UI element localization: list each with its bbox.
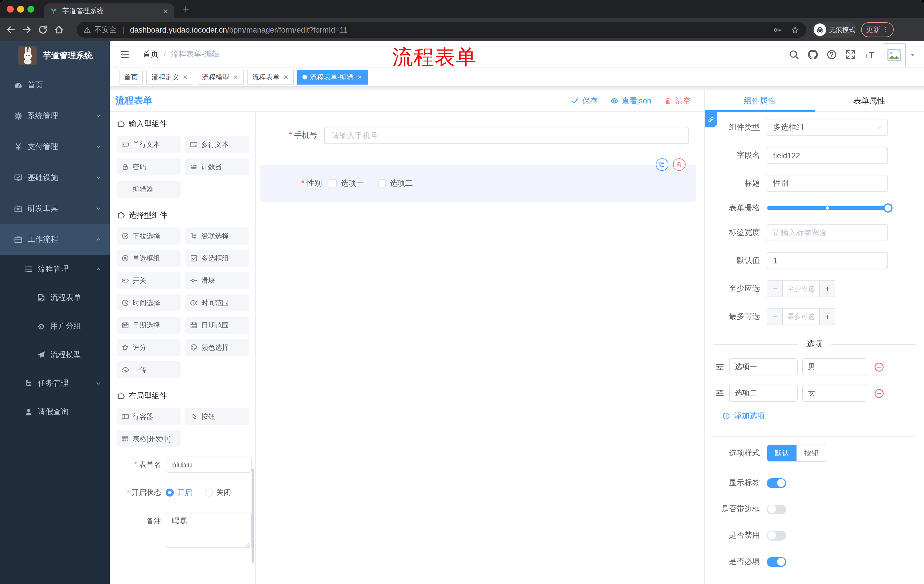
checkbox[interactable] <box>329 179 337 187</box>
checkbox[interactable] <box>378 179 386 187</box>
toggle-是否带边框[interactable] <box>767 504 786 514</box>
sidebar-item-2[interactable]: 系统管理 <box>0 100 110 132</box>
title-input[interactable] <box>767 175 888 192</box>
min-select-input[interactable] <box>782 281 820 296</box>
stepper-plus-button[interactable]: + <box>820 309 835 324</box>
password-key-icon[interactable] <box>773 25 782 34</box>
sidebar-item-11[interactable]: 任务管理 <box>0 369 110 398</box>
drawer-handle[interactable] <box>705 112 717 127</box>
save-button[interactable]: 保存 <box>571 96 597 106</box>
sidebar-item-1[interactable]: 首页 <box>0 70 110 100</box>
app-logo[interactable]: 芋道管理系统 <box>0 41 110 70</box>
palette-item[interactable]: 表格[开发中] <box>117 430 181 447</box>
status-radio-off[interactable]: 关闭 <box>205 487 231 498</box>
status-radio-on[interactable]: 开启 <box>166 487 192 498</box>
tab-close-icon[interactable] <box>162 8 169 14</box>
duplicate-field-button[interactable] <box>656 158 668 171</box>
toggle-是否禁用[interactable] <box>767 531 786 540</box>
stepper-plus-button[interactable]: + <box>820 281 835 296</box>
sidebar-item-7[interactable]: 流程管理 <box>0 255 110 283</box>
reload-icon[interactable] <box>38 25 48 35</box>
sidebar-item-3[interactable]: 支付管理 <box>0 132 110 162</box>
style-option-默认[interactable]: 默认 <box>767 445 797 461</box>
label-width-input[interactable] <box>767 224 888 241</box>
stepper-minus-button[interactable]: − <box>767 309 782 324</box>
user-avatar[interactable] <box>883 43 906 66</box>
remove-option-icon[interactable] <box>874 388 884 398</box>
slider-handle[interactable] <box>883 204 893 212</box>
option-label-input[interactable] <box>729 385 798 402</box>
tag-close-icon[interactable] <box>283 74 289 80</box>
option-label-input[interactable] <box>729 358 798 375</box>
sidebar-item-8[interactable]: 流程表单 <box>0 283 110 312</box>
palette-item[interactable]: 单选框组 <box>117 250 181 267</box>
palette-item[interactable]: 多选框组 <box>185 250 249 267</box>
address-bar[interactable]: 不安全 | dashboard.yudao.iocoder.cn/bpm/man… <box>77 22 806 38</box>
component-type-select[interactable] <box>767 119 888 136</box>
palette-item[interactable]: 下拉选择 <box>117 227 181 245</box>
tab-component-props[interactable]: 组件属性 <box>705 90 815 112</box>
view-json-button[interactable]: 查看json <box>610 96 651 106</box>
palette-item[interactable]: 颜色选择 <box>185 339 249 356</box>
max-select-input[interactable] <box>782 309 820 324</box>
tag-close-icon[interactable] <box>182 74 188 80</box>
sidebar-item-10[interactable]: 流程模型 <box>0 341 110 369</box>
remove-option-icon[interactable] <box>874 362 884 372</box>
palette-item[interactable]: 日期范围 <box>185 317 249 334</box>
palette-item[interactable]: 密码 <box>117 158 181 175</box>
back-icon[interactable] <box>6 25 16 35</box>
tag-close-icon[interactable] <box>357 74 363 80</box>
font-size-icon[interactable]: TT <box>864 49 875 60</box>
palette-item[interactable]: 编辑器 <box>117 181 181 198</box>
forward-icon[interactable] <box>22 25 32 35</box>
option-value-input[interactable] <box>802 358 867 375</box>
grid-slider[interactable] <box>767 204 888 212</box>
canvas-field-phone[interactable]: 手机号 <box>260 127 689 144</box>
home-icon[interactable] <box>54 25 64 35</box>
add-option-button[interactable]: 添加选项 <box>722 411 924 421</box>
bookmark-star-icon[interactable] <box>791 25 799 34</box>
form-name-input[interactable] <box>166 457 252 472</box>
delete-field-button[interactable] <box>673 158 686 171</box>
palette-item[interactable]: 滑块 <box>185 272 249 289</box>
palette-item[interactable]: 123计数器 <box>185 158 249 175</box>
tag-2[interactable]: 流程定义 <box>146 70 193 85</box>
sidebar-item-6[interactable]: 工作流程 <box>0 224 110 255</box>
sidebar-item-5[interactable]: 研发工具 <box>0 193 110 224</box>
panel-scrollbar-thumb[interactable] <box>252 469 254 563</box>
palette-item[interactable]: 开关 <box>117 272 181 289</box>
new-tab-button[interactable] <box>182 5 190 13</box>
default-value-input[interactable] <box>767 252 888 269</box>
palette-item[interactable]: 多行文本 <box>185 136 249 153</box>
palette-item[interactable]: 评分 <box>117 339 181 356</box>
toggle-显示标签[interactable] <box>767 478 786 488</box>
browser-menu-dots-icon[interactable] <box>882 26 889 33</box>
palette-item[interactable]: 日期选择 <box>117 317 181 334</box>
option-value-input[interactable] <box>802 385 867 402</box>
breadcrumb-home[interactable]: 首页 <box>143 49 158 59</box>
gender-checkbox-option[interactable]: 选项一 <box>329 178 364 188</box>
browser-update-button[interactable]: 更新 <box>861 22 894 37</box>
close-window-button[interactable] <box>7 6 14 13</box>
palette-item[interactable]: 级联选择 <box>185 227 249 245</box>
drag-handle-icon[interactable] <box>715 362 724 372</box>
phone-field-input[interactable] <box>324 127 689 144</box>
github-icon[interactable] <box>807 49 818 60</box>
avatar-caret-down-icon[interactable] <box>909 51 916 58</box>
style-option-按钮[interactable]: 按钮 <box>797 445 826 461</box>
toggle-是否必填[interactable] <box>767 557 786 567</box>
canvas-field-gender-selected[interactable]: 性别 选项一选项二 <box>260 165 696 202</box>
minimize-window-button[interactable] <box>17 6 24 13</box>
textarea-resize-grip[interactable] <box>245 542 250 548</box>
tag-3[interactable]: 流程模型 <box>197 70 244 85</box>
palette-item[interactable]: 时间选择 <box>117 294 181 311</box>
tag-5[interactable]: 流程表单-编辑 <box>297 70 368 85</box>
tag-close-icon[interactable] <box>233 74 238 80</box>
drag-handle-icon[interactable] <box>715 388 724 398</box>
fullscreen-icon[interactable] <box>845 49 856 60</box>
palette-item[interactable]: 上传 <box>117 361 181 378</box>
form-remark-textarea[interactable]: 嘿嘿 <box>166 513 252 548</box>
stepper-minus-button[interactable]: − <box>767 281 782 296</box>
hamburger-icon[interactable] <box>119 49 130 60</box>
sidebar-item-9[interactable]: 用户分组 <box>0 312 110 341</box>
